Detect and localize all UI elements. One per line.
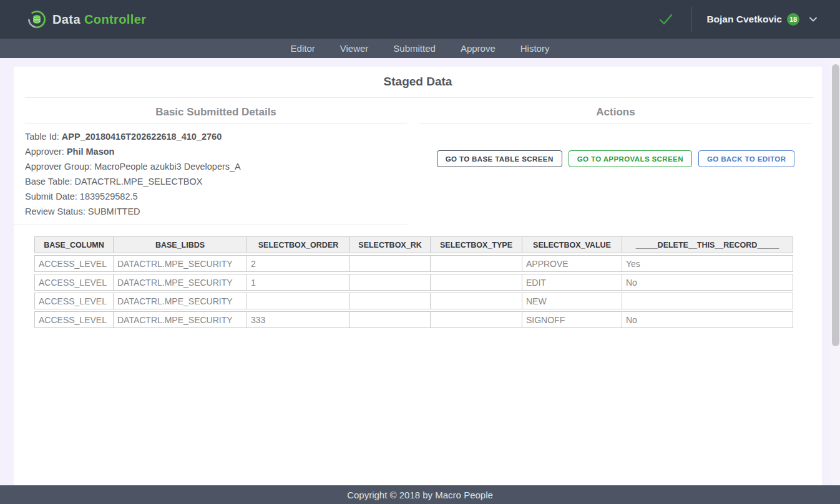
detail-value: Phil Mason: [67, 147, 115, 157]
page-title: Staged Data: [14, 67, 822, 89]
app-title: Data Controller: [52, 12, 146, 27]
detail-value: 1839529582.5: [80, 191, 138, 201]
details-section-title: Basic Submitted Details: [25, 106, 407, 119]
nav-tab-editor[interactable]: Editor: [291, 43, 315, 54]
table-cell: [431, 293, 522, 309]
column-header[interactable]: BASE_LIBDS: [114, 236, 247, 253]
table-cell: [431, 274, 522, 291]
table-cell: Yes: [622, 255, 793, 272]
table-cell: [350, 255, 431, 272]
user-name: Bojan Cvetkovic: [706, 14, 782, 25]
navbar: EditorViewerSubmittedApproveHistory: [0, 39, 840, 58]
detail-row: Review Status: SUBMITTED: [25, 204, 407, 219]
table-cell: NEW: [522, 293, 622, 309]
detail-label: Table Id:: [25, 132, 62, 142]
table-cell: DATACTRL.MPE_SECURITY: [114, 274, 247, 291]
table-cell: No: [622, 274, 793, 291]
table-cell: [247, 293, 350, 309]
app-window: Data Controller Bojan Cvetkovic 18: [0, 0, 840, 504]
user-menu[interactable]: Bojan Cvetkovic 18: [706, 13, 818, 26]
detail-row: Approver Group: MacroPeople azukbi3 Deve…: [25, 159, 407, 174]
status-check-icon: [657, 11, 675, 28]
table-row: ACCESS_LEVELDATACTRL.MPE_SECURITY2APPROV…: [34, 255, 793, 272]
staged-data-table: BASE_COLUMNBASE_LIBDSSELECTBOX_ORDERSELE…: [34, 235, 793, 330]
table-header-row: BASE_COLUMNBASE_LIBDSSELECTBOX_ORDERSELE…: [34, 236, 793, 253]
table-cell: EDIT: [522, 274, 622, 291]
detail-value: MacroPeople azukbi3 Developers_A: [94, 162, 241, 172]
table-cell: SIGNOFF: [522, 311, 622, 328]
detail-label: Submit Date:: [25, 191, 80, 201]
detail-row: Table Id: APP_20180416T202622618_410_276…: [25, 129, 407, 144]
chevron-down-icon[interactable]: [809, 16, 818, 23]
detail-row: Approver: Phil Mason: [25, 144, 407, 159]
table-cell: 2: [247, 255, 350, 272]
table-body: ACCESS_LEVELDATACTRL.MPE_SECURITY2APPROV…: [34, 255, 793, 328]
column-header[interactable]: SELECTBOX_RK: [350, 236, 431, 253]
column-header[interactable]: SELECTBOX_VALUE: [522, 236, 622, 253]
actions-title-divider: [419, 124, 812, 124]
notification-badge: 18: [787, 13, 799, 26]
go-back-to-editor-button[interactable]: GO BACK TO EDITOR: [698, 150, 795, 167]
detail-label: Approver Group:: [25, 162, 94, 172]
detail-label: Review Status:: [25, 206, 88, 216]
table-cell: ACCESS_LEVEL: [34, 255, 114, 272]
table-cell: [350, 274, 431, 291]
actions-section: Actions GO TO BASE TABLE SCREENGO TO APP…: [407, 98, 822, 225]
details-list: Table Id: APP_20180416T202622618_410_276…: [25, 129, 407, 219]
nav-tab-history[interactable]: History: [520, 43, 550, 54]
table-cell: ACCESS_LEVEL: [34, 274, 114, 291]
nav-tab-submitted[interactable]: Submitted: [393, 43, 436, 54]
column-header[interactable]: SELECTBOX_TYPE: [431, 236, 522, 253]
detail-label: Base Table:: [25, 177, 75, 187]
detail-row: Base Table: DATACTRL.MPE_SELECTBOX: [25, 174, 407, 189]
table-cell: [350, 293, 431, 309]
table-row: ACCESS_LEVELDATACTRL.MPE_SECURITYNEW: [34, 293, 793, 309]
copyright-text: Copyright © 2018 by Macro People: [347, 490, 493, 500]
table-cell: No: [622, 311, 793, 328]
actions-section-title: Actions: [419, 106, 812, 119]
details-end-divider: [14, 225, 407, 225]
table-cell: [350, 311, 431, 328]
table-cell: 1: [247, 274, 350, 291]
detail-label: Approver:: [25, 147, 67, 157]
page-footer: Copyright © 2018 by Macro People: [0, 485, 840, 504]
table-row: ACCESS_LEVELDATACTRL.MPE_SECURITY333SIGN…: [34, 311, 793, 328]
column-header[interactable]: SELECTBOX_ORDER: [247, 236, 350, 253]
staged-data-table-wrap: BASE_COLUMNBASE_LIBDSSELECTBOX_ORDERSELE…: [34, 235, 822, 330]
top-header: Data Controller Bojan Cvetkovic 18: [0, 0, 840, 39]
table-row: ACCESS_LEVELDATACTRL.MPE_SECURITY1EDITNo: [34, 274, 793, 291]
database-logo-icon: [27, 10, 46, 29]
detail-value: APP_20180416T202622618_410_2760: [62, 132, 222, 142]
table-cell: DATACTRL.MPE_SECURITY: [114, 293, 247, 309]
table-cell: APPROVE: [522, 255, 622, 272]
table-cell: ACCESS_LEVEL: [34, 293, 114, 309]
detail-value: SUBMITTED: [88, 206, 140, 216]
table-cell: ACCESS_LEVEL: [34, 311, 114, 328]
go-to-approvals-screen-button[interactable]: GO TO APPROVALS SCREEN: [569, 150, 692, 167]
table-cell: DATACTRL.MPE_SECURITY: [114, 311, 247, 328]
nav-tab-viewer[interactable]: Viewer: [340, 43, 369, 54]
detail-row: Submit Date: 1839529582.5: [25, 189, 407, 204]
vertical-scrollbar[interactable]: [831, 59, 840, 485]
table-cell: 333: [247, 311, 350, 328]
column-header[interactable]: _____DELETE__THIS__RECORD_____: [622, 236, 793, 253]
table-cell: [431, 255, 522, 272]
nav-tab-approve[interactable]: Approve: [461, 43, 496, 54]
column-header[interactable]: BASE_COLUMN: [34, 236, 114, 253]
actions-buttons: GO TO BASE TABLE SCREENGO TO APPROVALS S…: [419, 150, 812, 167]
header-divider: [691, 7, 691, 32]
scrollbar-thumb[interactable]: [832, 64, 839, 346]
detail-value: DATACTRL.MPE_SELECTBOX: [75, 177, 203, 187]
table-cell: DATACTRL.MPE_SECURITY: [114, 255, 247, 272]
go-to-base-table-screen-button[interactable]: GO TO BASE TABLE SCREEN: [437, 150, 562, 167]
basic-submitted-details-section: Basic Submitted Details Table Id: APP_20…: [14, 98, 407, 225]
app-logo[interactable]: Data Controller: [27, 10, 146, 29]
staged-data-card: Staged Data Basic Submitted Details Tabl…: [14, 67, 822, 485]
table-cell: [622, 293, 793, 309]
details-title-divider: [25, 124, 407, 124]
table-cell: [431, 311, 522, 328]
